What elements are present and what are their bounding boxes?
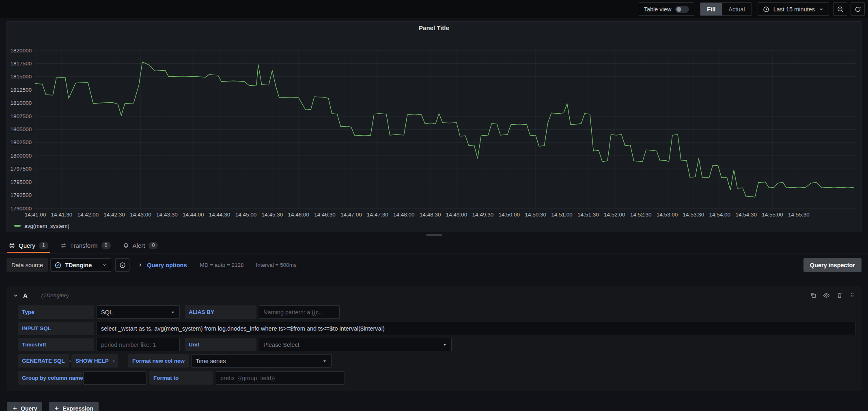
zoom-out-icon [837, 6, 844, 13]
svg-text:14:55:00: 14:55:00 [762, 212, 783, 218]
svg-text:1807500: 1807500 [10, 113, 32, 119]
query-actions [810, 292, 855, 299]
hide-query-icon[interactable] [823, 292, 830, 299]
svg-text:14:47:30: 14:47:30 [367, 212, 388, 218]
format-select[interactable]: Time series [191, 354, 332, 368]
info-icon [119, 262, 126, 268]
svg-text:14:53:30: 14:53:30 [683, 212, 704, 218]
chart-legend: avg(mem_system) [7, 221, 861, 231]
timeseries-panel: Panel Title 14:41:0014:41:3014:42:0014:4… [6, 21, 862, 232]
input-sql-field[interactable] [97, 322, 855, 335]
transform-icon [60, 242, 67, 249]
svg-text:14:50:00: 14:50:00 [499, 212, 520, 218]
type-label: Type [18, 305, 94, 319]
tab-transform[interactable]: Transform 0 [60, 238, 111, 253]
plus-icon [12, 406, 17, 411]
format-label: Format new col new [128, 354, 189, 368]
group-by-input[interactable] [83, 371, 146, 385]
generate-sql-button[interactable]: GENERATE SQL [18, 354, 69, 368]
time-range-picker[interactable]: Last 15 minutes [758, 2, 829, 16]
timeshift-label: Timeshift [18, 338, 94, 351]
svg-text:1820000: 1820000 [10, 48, 32, 54]
show-help-label: SHOW HELP [75, 358, 109, 364]
alias-by-input[interactable] [259, 305, 340, 319]
svg-text:14:52:30: 14:52:30 [630, 212, 652, 218]
caret-down-icon [322, 359, 327, 363]
timeseries-chart[interactable]: 14:41:0014:41:3014:42:0014:42:3014:43:00… [7, 34, 861, 221]
tab-query[interactable]: Query 1 [9, 238, 48, 253]
actual-button[interactable]: Actual [722, 3, 751, 15]
format-select-value: Time series [196, 358, 226, 364]
plus-icon [54, 406, 59, 411]
query-inspector-button[interactable]: Query inspector [803, 258, 862, 272]
datasource-picker[interactable]: TDengine [50, 258, 111, 272]
datasource-label: Data source [6, 258, 48, 272]
svg-text:14:48:00: 14:48:00 [393, 212, 415, 218]
svg-text:1795000: 1795000 [10, 179, 32, 185]
refresh-icon [855, 6, 861, 13]
add-expression-button[interactable]: Expression [49, 402, 98, 411]
svg-text:14:46:30: 14:46:30 [314, 212, 336, 218]
timeshift-input[interactable] [97, 338, 180, 351]
svg-text:1815000: 1815000 [10, 74, 32, 80]
max-datapoints-info: MD = auto = 2128 [200, 262, 243, 268]
add-expression-label: Expression [62, 405, 93, 411]
collapse-chevron-icon[interactable] [13, 293, 18, 298]
svg-text:14:52:00: 14:52:00 [604, 212, 625, 218]
database-icon [9, 242, 15, 249]
row-timeshift: Timeshift Unit Please Select [18, 338, 857, 351]
svg-text:1792500: 1792500 [10, 192, 32, 198]
add-query-button[interactable]: Query [7, 402, 42, 411]
tab-transform-count: 0 [101, 242, 111, 249]
legend-series-label[interactable]: avg(mem_system) [24, 223, 69, 229]
generate-sql-label: GENERATE SQL [22, 358, 65, 364]
editor-footer: Query Expression [0, 391, 868, 411]
type-select[interactable]: SQL [97, 305, 180, 319]
pane-resize-handle[interactable] [0, 232, 868, 238]
row-type: Type SQL ALIAS BY [18, 305, 857, 319]
query-options-chevron-icon[interactable] [138, 262, 143, 268]
svg-text:14:42:30: 14:42:30 [103, 212, 125, 218]
query-options-link[interactable]: Query options [147, 262, 187, 268]
svg-text:14:53:00: 14:53:00 [657, 212, 678, 218]
query-ref-id[interactable]: A [23, 292, 28, 299]
datasource-bar: Data source TDengine Query options MD = … [0, 253, 868, 277]
unit-select-value: Please Select [263, 342, 299, 348]
svg-text:1812500: 1812500 [10, 87, 32, 93]
caret-down-icon [442, 342, 447, 347]
drag-handle-icon[interactable] [849, 292, 855, 298]
svg-text:14:44:30: 14:44:30 [209, 212, 230, 218]
show-help-button[interactable]: SHOW HELP [71, 354, 118, 368]
panel-title[interactable]: Panel Title [7, 22, 861, 34]
row-input-sql: INPUT SQL [18, 322, 857, 335]
tab-alert-label: Alert [133, 242, 145, 249]
svg-text:1817500: 1817500 [10, 61, 32, 67]
type-select-value: SQL [101, 309, 113, 316]
table-view-switch[interactable] [675, 6, 689, 13]
tab-transform-label: Transform [70, 242, 98, 249]
query-header: A (TDengine) [11, 288, 857, 303]
format-to-input[interactable] [216, 371, 345, 385]
tab-alert[interactable]: Alert 0 [123, 238, 158, 253]
resize-grip [426, 234, 442, 236]
delete-query-icon[interactable] [836, 292, 843, 299]
view-mode-segmented: Fill Actual [700, 2, 752, 16]
svg-text:14:41:30: 14:41:30 [51, 212, 73, 218]
row-generate: GENERATE SQL SHOW HELP Format new col ne… [18, 354, 857, 368]
unit-select[interactable]: Please Select [259, 338, 452, 351]
duplicate-query-icon[interactable] [810, 292, 816, 299]
svg-text:14:43:30: 14:43:30 [156, 212, 178, 218]
fill-button[interactable]: Fill [700, 3, 722, 15]
datasource-help-button[interactable] [115, 258, 129, 272]
query-editor-row: A (TDengine) Type SQL ALIAS BY INP [6, 286, 862, 391]
svg-text:14:47:00: 14:47:00 [340, 212, 362, 218]
legend-series-marker [14, 225, 21, 227]
svg-text:14:42:00: 14:42:00 [78, 212, 99, 218]
svg-text:1802500: 1802500 [10, 139, 32, 145]
bell-icon [123, 242, 129, 249]
svg-text:14:45:00: 14:45:00 [235, 212, 257, 218]
interval-info: Interval = 500ms [256, 262, 297, 268]
table-view-toggle[interactable]: Table view [639, 2, 695, 16]
zoom-out-button[interactable] [833, 2, 847, 16]
refresh-button[interactable] [851, 2, 865, 16]
